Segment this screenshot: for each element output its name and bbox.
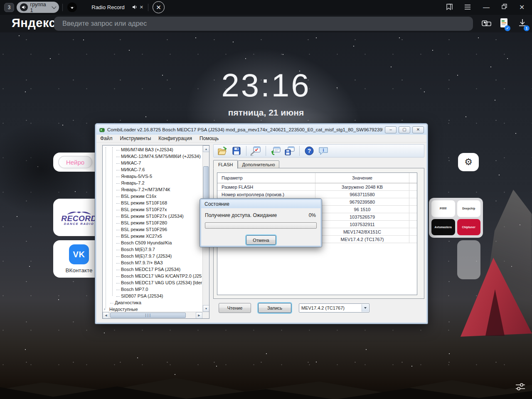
tree-item[interactable]: МИКАС-7.6 (103, 166, 202, 173)
tree-item[interactable]: Bosch MEDC17 PSA (J2534) (103, 266, 202, 273)
clock-time: 23:16 (0, 66, 532, 104)
tree-item[interactable]: Bosch MEDC17 VAG K/CANTP2.0 (J2534) [Ide… (103, 273, 202, 279)
spacer-cell (409, 213, 417, 220)
bookmark-tile[interactable]: Dnepchip (457, 200, 481, 217)
bookmark-tile[interactable]: Pfffff (431, 200, 455, 217)
combo-arrow-icon (362, 304, 369, 312)
save-ecu-icon[interactable] (284, 145, 295, 156)
tree-item[interactable]: BSL режим ST10F27x (103, 206, 202, 213)
tableau-settings-button[interactable]: ⚙ (458, 153, 479, 171)
read-button[interactable]: Чтение (219, 303, 251, 313)
bookmark-tiles-panel: PfffffDnepchipAvtomasteraChiptuner (429, 198, 483, 238)
read-ecu-icon[interactable] (270, 145, 281, 156)
tree-item[interactable]: Диагностика (103, 299, 202, 306)
restore-icon[interactable] (501, 3, 508, 12)
tree-item[interactable]: Bosch MEDC17 VAG UDS (J2534) [Ident] (103, 279, 202, 286)
tree-item[interactable]: BSL режим C16x (103, 193, 202, 200)
spacer-cell (409, 221, 417, 228)
cancel-button[interactable]: Отмена (246, 235, 276, 245)
info-icon[interactable]: i (318, 145, 329, 156)
download-count-badge: 1 (524, 25, 530, 31)
open-file-icon[interactable] (217, 145, 228, 156)
help-icon[interactable]: ? (304, 145, 315, 156)
tab-close-icon[interactable]: × (140, 3, 143, 11)
neuro-button[interactable]: Нейро (58, 156, 92, 168)
tree-horizontal-scrollbar[interactable]: ◀ ▶ ┃┃┃ (103, 312, 209, 318)
divider (148, 4, 148, 11)
write-button[interactable]: Запись (258, 303, 291, 313)
tree-item[interactable]: Bosch MP7.0 (103, 286, 202, 293)
search-input[interactable]: Введите запрос или адрес (54, 17, 473, 31)
app-title-bar[interactable]: CombiLoader v2.16.8725 Bosch MEDC17 PSA … (96, 125, 426, 135)
menu-item[interactable]: Конфигурация (155, 135, 196, 142)
bookmark-tile[interactable]: Chiptuner (457, 219, 481, 236)
save-file-icon[interactable] (231, 145, 242, 156)
spacer-cell (409, 191, 417, 198)
tree-item[interactable]: BSL режим ST10F27x (J2534) (103, 213, 202, 219)
app-close-button[interactable]: ✕ (412, 126, 424, 133)
close-window-icon[interactable]: ✕ (519, 3, 525, 12)
tab-audio-icon[interactable] (132, 5, 137, 10)
menu-item[interactable]: Файл (96, 135, 116, 142)
status-dialog: Состояние Получение доступа. Ожидание 0%… (200, 198, 322, 247)
extension-icon[interactable] (480, 17, 493, 31)
tree-item[interactable]: BSL режим ST10F280 (103, 219, 202, 226)
tree-item[interactable]: М86/М74М ВАЗ (+J2534) (103, 146, 202, 153)
tab-flash[interactable]: FLASH (213, 160, 238, 169)
tree-item[interactable]: BSL режим XC27x5 (103, 233, 202, 239)
check-badge: ✓ (505, 25, 510, 31)
value-cell: 96 1510 (315, 206, 409, 213)
spacer-cell (409, 228, 417, 235)
quick-settings-icon[interactable] (515, 382, 526, 394)
progress-bar (205, 222, 317, 229)
dialog-title-bar[interactable]: Состояние (201, 200, 320, 208)
value-cell: MEV1742/8X151C (315, 228, 409, 235)
clock-widget: 23:16 пятница, 21 июня (0, 66, 532, 118)
tree-item[interactable]: SID807 PSA (J2534) (103, 293, 202, 299)
tree-item[interactable]: Bosch M(E)7.9.7 (103, 246, 202, 253)
dialog-message: Получение доступа. Ожидание (205, 212, 277, 218)
bookmark-tile[interactable]: Avtomastera (431, 219, 455, 236)
divider (62, 4, 63, 11)
download-icon[interactable]: 1 (517, 17, 528, 31)
tree-item[interactable]: BSL режим ST10F296 (103, 226, 202, 233)
tree-item[interactable]: Bosch C509 Hyundai/Kia (103, 239, 202, 246)
tree-item[interactable]: МИКАС-12/М74.5/М75/М86И (+J2534) (103, 153, 202, 160)
menu-item[interactable]: Инструменты (116, 135, 155, 142)
document-extension-icon[interactable]: ✓ (499, 17, 510, 31)
menu-item[interactable]: Помощь (196, 135, 222, 142)
chevron-down-icon (52, 4, 56, 9)
tree-item[interactable]: BSL режим ST10F168 (103, 200, 202, 206)
tree-item[interactable]: Январь-5/VS-5 (103, 173, 202, 180)
screen: 23:16 пятница, 21 июня 3 группа 1 Radio … (0, 0, 532, 399)
clock-date: пятница, 21 июня (0, 108, 532, 118)
active-tab-title[interactable]: Radio Record (85, 4, 131, 10)
table-row: Размер FLASHЗагружено 2048 KB (217, 183, 417, 191)
app-maximize-button[interactable]: ▢ (399, 126, 410, 133)
scrollbar-thumb[interactable]: ┃┃┃ (110, 313, 186, 318)
tree-item[interactable]: Bosch M7.9.7/+ ВАЗ (103, 259, 202, 266)
tree-item[interactable]: Bosch M(E)7.9.7 (J2534) (103, 253, 202, 259)
value-cell: 1037532911 (315, 221, 409, 228)
vk-icon: VK (69, 244, 89, 264)
browser-tab-bar: 3 группа 1 Radio Record × ✕ — ✕ (0, 0, 532, 15)
yandex-logo[interactable]: Яндекс (12, 16, 56, 30)
menu-icon[interactable] (464, 4, 471, 12)
tree-item[interactable]: Январь-7.2 (103, 180, 202, 186)
app-minimize-button[interactable]: – (385, 126, 397, 133)
tree-item[interactable]: МИКАС-7 (103, 160, 202, 166)
scrollbar-thumb[interactable] (203, 166, 209, 200)
tree-item[interactable]: Январь-7.2+/М73/М74К (103, 186, 202, 193)
new-tab-button[interactable]: ✕ (153, 1, 165, 13)
ecu-select[interactable]: MEV17.4.2 (TC1767) (299, 303, 369, 313)
tab-counter-badge[interactable]: 3 (4, 3, 14, 12)
minimize-icon[interactable]: — (483, 3, 490, 12)
test-settings-icon[interactable] (251, 145, 261, 156)
value-cell: MEV17.4.2 (TC1767) (315, 236, 409, 243)
ecu-tree[interactable]: М86/М74М ВАЗ (+J2534)МИКАС-12/М74.5/М75/… (102, 145, 209, 319)
tab-дополнительно[interactable]: Дополнительно (238, 160, 279, 168)
side-panel-icon[interactable] (445, 3, 453, 13)
table-row: Номер контроллера (произв.)9663711580 (217, 191, 417, 198)
tab-group-pill[interactable]: группа 1 (17, 2, 59, 13)
translucent-panel (457, 240, 480, 279)
